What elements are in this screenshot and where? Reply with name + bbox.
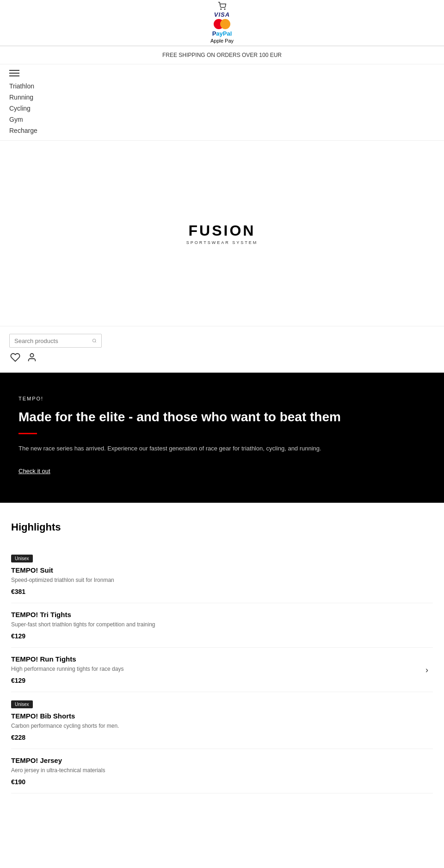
- hero-underline: [18, 433, 37, 434]
- product-price-3: €129: [11, 677, 433, 684]
- product-item-5[interactable]: TEMPO! Jersey Aero jersey in ultra-techn…: [11, 749, 433, 793]
- account-button[interactable]: [26, 351, 38, 365]
- cart-icon: [218, 2, 226, 10]
- product-list: Unisex TEMPO! Suit Speed-optimized triat…: [11, 546, 433, 793]
- brand-subtitle: SPORTSWEAR SYSTEM: [186, 240, 258, 245]
- nav-link-gym[interactable]: Gym: [9, 116, 23, 123]
- nav-menu: Triathlon Running Cycling Gym Recharge: [9, 82, 435, 135]
- logo: FUSION SPORTSWEAR SYSTEM: [186, 222, 258, 245]
- hero-cta-button[interactable]: Check it out: [18, 468, 50, 475]
- product-desc-1: Speed-optimized triathlon suit for Ironm…: [11, 576, 168, 584]
- product-price-5: €190: [11, 778, 433, 786]
- search-icon: [92, 337, 97, 344]
- product-item-1[interactable]: Unisex TEMPO! Suit Speed-optimized triat…: [11, 546, 433, 603]
- svg-point-4: [30, 354, 33, 357]
- product-item-4[interactable]: Unisex TEMPO! Bib Shorts Carbon performa…: [11, 692, 433, 749]
- hero-tag: TEMPO!: [18, 396, 426, 401]
- shipping-banner: FREE SHIPPING ON ORDERS OVER 100 EUR: [0, 46, 444, 64]
- shipping-text: FREE SHIPPING ON ORDERS OVER 100 EUR: [162, 52, 282, 58]
- svg-point-0: [221, 9, 222, 10]
- wishlist-button[interactable]: [9, 351, 21, 365]
- hero-title: Made for the elite - and those who want …: [18, 409, 342, 425]
- applepay-icon: Apple Pay: [210, 38, 234, 44]
- search-box[interactable]: [9, 334, 102, 348]
- svg-point-1: [224, 9, 225, 10]
- product-desc-2: Super-fast short triathlon tights for co…: [11, 620, 168, 629]
- nav-link-running[interactable]: Running: [9, 94, 33, 101]
- nav-link-triathlon[interactable]: Triathlon: [9, 82, 34, 90]
- mastercard-icon: [214, 19, 230, 29]
- product-badge-4: Unisex: [11, 700, 33, 708]
- main-nav: Triathlon Running Cycling Gym Recharge: [0, 64, 444, 141]
- product-item-2[interactable]: TEMPO! Tri Tights Super-fast short triat…: [11, 603, 433, 648]
- product-desc-4: Carbon performance cycling shorts for me…: [11, 722, 168, 730]
- payment-bar: VISA PayPal Apple Pay: [0, 0, 444, 46]
- hero-description: The new race series has arrived. Experie…: [18, 443, 333, 454]
- highlights-section: Highlights Unisex TEMPO! Suit Speed-opti…: [0, 503, 444, 812]
- product-item-3[interactable]: TEMPO! Run Tights High performance runni…: [11, 648, 433, 692]
- action-icons: [9, 351, 435, 365]
- nav-item-cycling[interactable]: Cycling: [9, 104, 435, 112]
- product-desc-5: Aero jersey in ultra-technical materials: [11, 766, 168, 774]
- nav-link-cycling[interactable]: Cycling: [9, 105, 31, 112]
- search-area: [0, 326, 444, 373]
- product-name-4: TEMPO! Bib Shorts: [11, 712, 433, 720]
- next-arrow-button[interactable]: ›: [421, 661, 433, 680]
- nav-link-recharge[interactable]: Recharge: [9, 127, 37, 134]
- search-input[interactable]: [14, 337, 92, 344]
- user-icon: [27, 352, 37, 362]
- paypal-icon: PayPal: [212, 30, 232, 37]
- hero-banner: TEMPO! Made for the elite - and those wh…: [0, 373, 444, 503]
- product-badge-1: Unisex: [11, 555, 33, 562]
- nav-item-triathlon[interactable]: Triathlon: [9, 82, 435, 90]
- product-name-1: TEMPO! Suit: [11, 566, 433, 574]
- product-price-4: €228: [11, 734, 433, 741]
- product-name-3: TEMPO! Run Tights: [11, 655, 433, 663]
- nav-item-running[interactable]: Running: [9, 93, 435, 101]
- product-desc-3: High performance running tights for race…: [11, 665, 168, 673]
- product-name-2: TEMPO! Tri Tights: [11, 611, 433, 618]
- product-name-5: TEMPO! Jersey: [11, 756, 433, 764]
- product-price-2: €129: [11, 632, 433, 640]
- svg-line-3: [95, 342, 96, 343]
- nav-item-recharge[interactable]: Recharge: [9, 126, 435, 135]
- visa-icon: VISA: [214, 11, 230, 18]
- nav-item-gym[interactable]: Gym: [9, 115, 435, 124]
- brand-name: FUSION: [186, 222, 258, 239]
- heart-icon: [10, 352, 20, 362]
- highlights-title: Highlights: [11, 521, 433, 533]
- svg-point-2: [92, 339, 96, 342]
- logo-section: FUSION SPORTSWEAR SYSTEM: [0, 141, 444, 326]
- hamburger-menu[interactable]: [9, 70, 435, 76]
- product-price-1: €381: [11, 588, 433, 595]
